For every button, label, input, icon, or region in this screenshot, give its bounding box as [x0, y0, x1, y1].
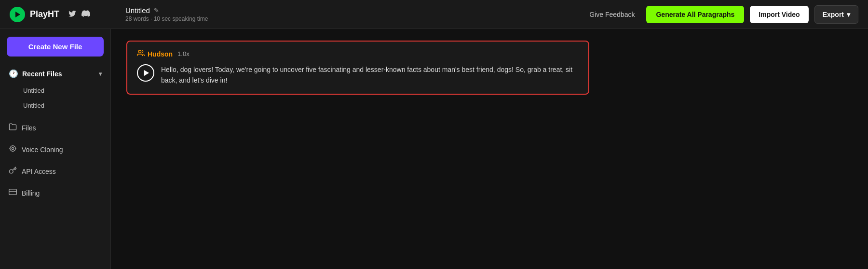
import-video-button[interactable]: Import Video [750, 6, 808, 23]
billing-label: Billing [22, 189, 40, 197]
generate-all-button[interactable]: Generate All Paragraphs [646, 6, 744, 23]
clock-icon: 🕐 [9, 69, 18, 78]
play-button[interactable] [137, 64, 154, 82]
recent-files-list: Untitled Untitled [2, 83, 108, 117]
key-icon [9, 166, 17, 176]
api-access-label: API Access [22, 168, 56, 175]
social-icons [68, 9, 90, 20]
chevron-down-icon: ▾ [99, 71, 102, 77]
feedback-button[interactable]: Give Feedback [583, 7, 640, 22]
list-item[interactable]: Untitled [4, 98, 107, 113]
document-title: Untitled [125, 6, 150, 14]
playht-logo-icon [10, 7, 25, 22]
voice-name: Hudson [148, 50, 173, 58]
export-chevron-icon: ▾ [847, 11, 850, 18]
svg-point-6 [138, 50, 141, 53]
speed-label: 1.0x [177, 50, 190, 57]
title-row: Untitled ✎ [125, 6, 583, 14]
discord-icon[interactable] [81, 9, 90, 20]
paragraph-block: Hudson 1.0x Hello, dog lovers! Today, we… [126, 41, 589, 95]
recent-files-header[interactable]: 🕐 Recent Files ▾ [2, 64, 108, 83]
voice-cloning-label: Voice Cloning [22, 146, 63, 154]
header-actions: Give Feedback Generate All Paragraphs Im… [583, 5, 858, 24]
sidebar-item-api-access[interactable]: API Access [2, 160, 108, 182]
recent-files-section: 🕐 Recent Files ▾ Untitled Untitled [0, 64, 110, 117]
recent-files-label: Recent Files [22, 70, 62, 78]
voice-selector[interactable]: Hudson [137, 49, 173, 58]
sidebar: Create New File 🕐 Recent Files ▾ Untitle… [0, 29, 111, 269]
document-meta: 28 words · 10 sec speaking time [125, 15, 583, 22]
body-layout: Create New File 🕐 Recent Files ▾ Untitle… [0, 29, 868, 269]
block-body: Hello, dog lovers! Today, we're going to… [137, 64, 579, 86]
export-label: Export [823, 11, 844, 18]
svg-marker-0 [15, 12, 20, 17]
folder-icon [9, 123, 17, 133]
voice-cloning-icon [9, 144, 17, 155]
files-label: Files [22, 124, 36, 132]
voice-person-icon [137, 49, 145, 58]
create-new-file-button[interactable]: Create New File [7, 37, 104, 57]
logo-text: PlayHT [30, 9, 59, 19]
svg-marker-7 [144, 70, 149, 76]
billing-icon [9, 188, 17, 198]
twitter-icon[interactable] [68, 9, 77, 20]
export-button[interactable]: Export ▾ [814, 5, 858, 24]
sidebar-item-files[interactable]: Files [2, 117, 108, 139]
edit-title-icon[interactable]: ✎ [154, 7, 159, 14]
header-title-area: Untitled ✎ 28 words · 10 sec speaking ti… [121, 6, 583, 22]
block-header: Hudson 1.0x [137, 49, 579, 58]
paragraph-text: Hello, dog lovers! Today, we're going to… [161, 64, 579, 86]
sidebar-item-voice-cloning[interactable]: Voice Cloning [2, 139, 108, 160]
logo-area: PlayHT [10, 7, 121, 22]
list-item[interactable]: Untitled [4, 83, 107, 98]
app-header: PlayHT Untitled ✎ 28 words · 10 sec spea… [0, 0, 868, 29]
svg-point-1 [12, 147, 14, 149]
main-content: Hudson 1.0x Hello, dog lovers! Today, we… [111, 29, 868, 269]
svg-rect-4 [9, 189, 17, 195]
sidebar-item-billing[interactable]: Billing [2, 182, 108, 204]
